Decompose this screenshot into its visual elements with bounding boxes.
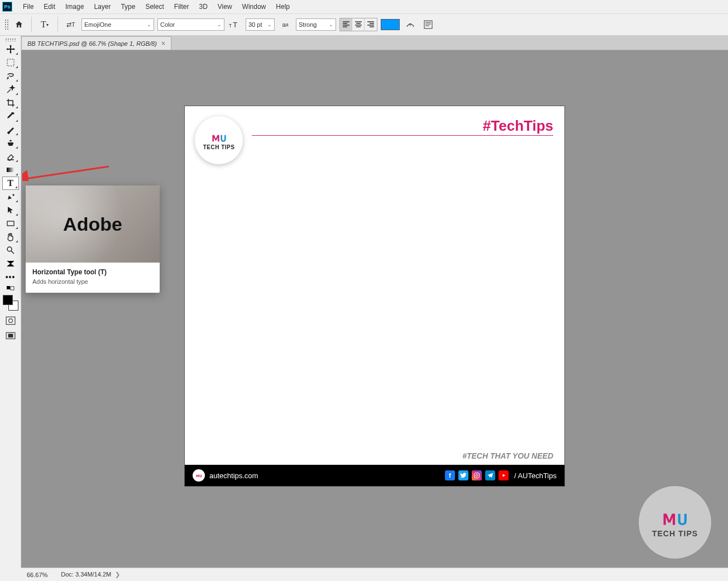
logo-subtext: TECH TIPS <box>203 144 235 150</box>
align-left-button[interactable] <box>340 18 352 31</box>
menu-view[interactable]: View <box>213 3 237 11</box>
warp-text-button[interactable]: T <box>403 17 418 32</box>
character-panel-button[interactable] <box>421 17 435 32</box>
status-bar: 66.67% Doc: 3.34M/14.2M ❯ <box>21 568 728 581</box>
foreground-background-colors[interactable] <box>3 295 18 311</box>
home-button[interactable] <box>12 18 26 31</box>
menu-type[interactable]: Type <box>116 3 140 11</box>
eyedropper-tool[interactable] <box>2 109 19 123</box>
swap-colors-button[interactable] <box>2 284 19 293</box>
svg-rect-6 <box>7 168 15 172</box>
text-color-swatch[interactable] <box>381 19 400 30</box>
font-family-dropdown[interactable]: EmojiOne ⌄ <box>82 18 154 31</box>
menu-3d[interactable]: 3D <box>194 3 212 11</box>
svg-point-8 <box>7 247 12 251</box>
menu-image[interactable]: Image <box>60 3 89 11</box>
menu-window[interactable]: Window <box>237 3 271 11</box>
font-size-dropdown[interactable]: 30 pt ⌄ <box>246 18 275 31</box>
close-icon[interactable]: × <box>161 40 165 47</box>
svg-rect-11 <box>6 317 15 325</box>
svg-rect-10 <box>11 287 14 290</box>
document-tab[interactable]: BB TECHTIPS.psd @ 66.7% (Shape 1, RGB/8)… <box>21 36 171 50</box>
magic-wand-tool[interactable] <box>2 83 19 96</box>
svg-point-16 <box>476 474 478 477</box>
document-footer: ᴍᴜ autechtips.com f / AUTechTips <box>185 465 564 486</box>
lasso-tool[interactable] <box>2 69 19 83</box>
svg-point-12 <box>8 319 12 323</box>
svg-text:T: T <box>409 22 411 27</box>
footer-url: autechtips.com <box>209 472 258 480</box>
font-style-value: Color <box>160 21 175 28</box>
more-tools-button[interactable]: ••• <box>2 270 19 284</box>
screen-mode-button[interactable] <box>4 331 17 342</box>
menu-file[interactable]: File <box>18 3 39 11</box>
crop-tool[interactable] <box>2 96 19 109</box>
social-handle: / AUTechTips <box>514 472 557 480</box>
watermark-badge: ᴍᴜ TECH TIPS <box>639 486 711 559</box>
text-orientation-button[interactable]: ⇄T <box>64 17 78 32</box>
chevron-right-icon: ❯ <box>113 571 120 578</box>
path-selection-tool[interactable] <box>2 203 19 217</box>
clone-stamp-tool[interactable] <box>2 136 19 150</box>
anti-alias-icon: aa <box>278 17 293 32</box>
orientation-icon: ⇄T <box>66 20 76 30</box>
header-divider <box>252 135 553 136</box>
brush-tool[interactable] <box>2 123 19 136</box>
align-right-button[interactable] <box>365 18 377 31</box>
watermark-mark: ᴍᴜ <box>662 507 688 529</box>
separator <box>58 17 58 32</box>
anti-alias-dropdown[interactable]: Strong ⌄ <box>296 18 336 31</box>
quick-mask-button[interactable] <box>4 315 17 326</box>
svg-point-17 <box>478 474 478 474</box>
foreground-color-swatch[interactable] <box>3 295 13 305</box>
svg-text:T: T <box>229 23 232 28</box>
zoom-tool[interactable] <box>2 244 19 257</box>
toolbox: T ••• <box>0 36 21 568</box>
menu-edit[interactable]: Edit <box>39 3 60 11</box>
grip-icon <box>5 38 16 41</box>
edit-toolbar-button[interactable] <box>2 257 19 270</box>
telegram-icon <box>485 470 495 480</box>
hand-tool[interactable] <box>2 230 19 244</box>
watermark-subtext: TECH TIPS <box>652 529 698 538</box>
eraser-tool[interactable] <box>2 150 19 163</box>
chevron-down-icon: ⌄ <box>147 22 151 27</box>
font-style-dropdown[interactable]: Color ⌄ <box>157 18 224 31</box>
chevron-down-icon: ⌄ <box>329 22 333 27</box>
type-tool[interactable]: T <box>2 177 19 190</box>
doc-size-info[interactable]: Doc: 3.34M/14.2M ❯ <box>61 571 120 578</box>
rectangle-tool[interactable] <box>2 217 19 230</box>
document-tab-bar: BB TECHTIPS.psd @ 66.7% (Shape 1, RGB/8)… <box>0 36 728 50</box>
font-family-value: EmojiOne <box>84 21 111 28</box>
svg-text:T: T <box>233 21 237 29</box>
menu-filter[interactable]: Filter <box>169 3 194 11</box>
app-logo: Ps <box>2 2 12 12</box>
zoom-level[interactable]: 66.67% <box>27 572 47 578</box>
menu-select[interactable]: Select <box>140 3 169 11</box>
marquee-tool[interactable] <box>2 56 19 69</box>
chevron-down-icon: ⌄ <box>217 22 222 27</box>
pen-tool[interactable] <box>2 190 19 203</box>
move-tool[interactable] <box>2 42 19 56</box>
options-bar: T▾ ⇄T EmojiOne ⌄ Color ⌄ TT 30 pt ⌄ aa S… <box>0 13 728 36</box>
tagline-text: #TECH THAT YOU NEED <box>462 451 553 460</box>
chevron-down-icon: ⌄ <box>267 22 272 27</box>
warp-icon: T <box>405 20 415 30</box>
align-center-button[interactable] <box>352 18 365 31</box>
svg-rect-9 <box>7 286 10 289</box>
svg-rect-14 <box>8 334 13 338</box>
canvas-document[interactable]: ᴍᴜ TECH TIPS #TechTips #TECH THAT YOU NE… <box>185 106 564 486</box>
text-align-group <box>339 18 377 31</box>
menu-help[interactable]: Help <box>271 3 295 11</box>
canvas-workspace[interactable]: ᴍᴜ TECH TIPS #TechTips #TECH THAT YOU NE… <box>21 50 728 568</box>
logo-mark: ᴍᴜ <box>212 131 226 144</box>
tooltip-description: Adds horizontal type <box>32 278 153 285</box>
tooltip-brand: Adobe <box>63 213 122 235</box>
svg-rect-4 <box>424 21 432 28</box>
anti-alias-value: Strong <box>299 21 317 28</box>
menu-layer[interactable]: Layer <box>89 3 116 11</box>
type-tool-preset-button[interactable]: T▾ <box>37 17 52 32</box>
document-tab-title: BB TECHTIPS.psd @ 66.7% (Shape 1, RGB/8) <box>27 40 157 47</box>
youtube-icon <box>499 470 509 480</box>
gradient-tool[interactable] <box>2 163 19 177</box>
